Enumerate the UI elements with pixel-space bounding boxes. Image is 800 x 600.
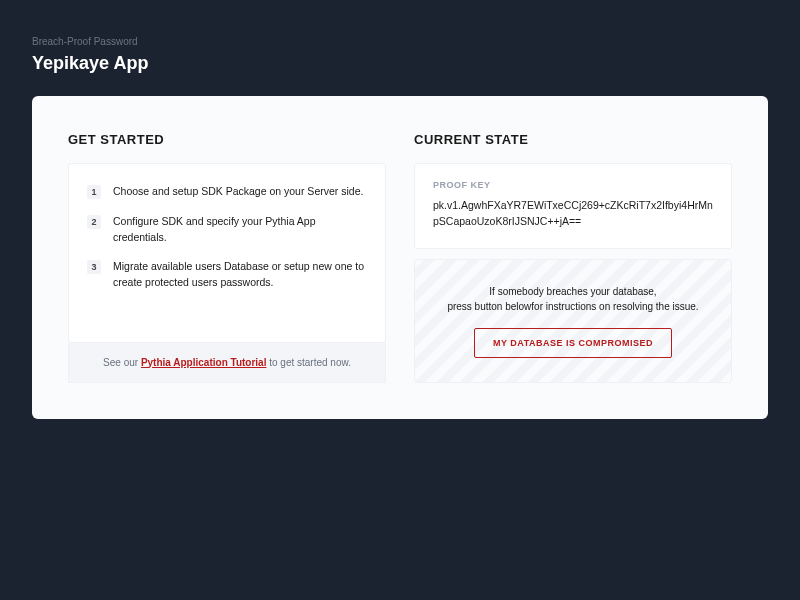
breach-line-2: press button belowfor instructions on re… bbox=[447, 301, 698, 312]
breach-line-1: If somebody breaches your database, bbox=[489, 286, 656, 297]
database-compromised-button[interactable]: MY DATABASE IS COMPROMISED bbox=[474, 328, 672, 358]
current-state-column: CURRENT STATE PROOF KEY pk.v1.AgwhFXaYR7… bbox=[414, 132, 732, 383]
main-card: GET STARTED 1 Choose and setup SDK Packa… bbox=[32, 96, 768, 419]
step-item: 1 Choose and setup SDK Package on your S… bbox=[87, 184, 367, 200]
footer-suffix: to get started now. bbox=[266, 357, 351, 368]
footer-prefix: See our bbox=[103, 357, 141, 368]
tutorial-footer: See our Pythia Application Tutorial to g… bbox=[68, 343, 386, 383]
page-title: Yepikaye App bbox=[32, 53, 768, 74]
get-started-column: GET STARTED 1 Choose and setup SDK Packa… bbox=[68, 132, 386, 383]
step-item: 3 Migrate available users Database or se… bbox=[87, 259, 367, 291]
breach-box: If somebody breaches your database, pres… bbox=[414, 259, 732, 383]
step-number: 2 bbox=[87, 215, 101, 229]
page-subtitle: Breach-Proof Password bbox=[32, 36, 768, 47]
proof-key-label: PROOF KEY bbox=[433, 180, 713, 190]
step-text: Migrate available users Database or setu… bbox=[113, 259, 367, 291]
step-number: 3 bbox=[87, 260, 101, 274]
step-item: 2 Configure SDK and specify your Pythia … bbox=[87, 214, 367, 246]
current-state-heading: CURRENT STATE bbox=[414, 132, 732, 147]
proof-key-value: pk.v1.AgwhFXaYR7EWiTxeCCj269+cZKcRiT7x2I… bbox=[433, 198, 713, 230]
breach-instructions: If somebody breaches your database, pres… bbox=[447, 284, 698, 314]
tutorial-link[interactable]: Pythia Application Tutorial bbox=[141, 357, 267, 368]
step-text: Choose and setup SDK Package on your Ser… bbox=[113, 184, 363, 200]
proof-key-box: PROOF KEY pk.v1.AgwhFXaYR7EWiTxeCCj269+c… bbox=[414, 163, 732, 249]
step-number: 1 bbox=[87, 185, 101, 199]
steps-box: 1 Choose and setup SDK Package on your S… bbox=[68, 163, 386, 343]
step-text: Configure SDK and specify your Pythia Ap… bbox=[113, 214, 367, 246]
get-started-heading: GET STARTED bbox=[68, 132, 386, 147]
